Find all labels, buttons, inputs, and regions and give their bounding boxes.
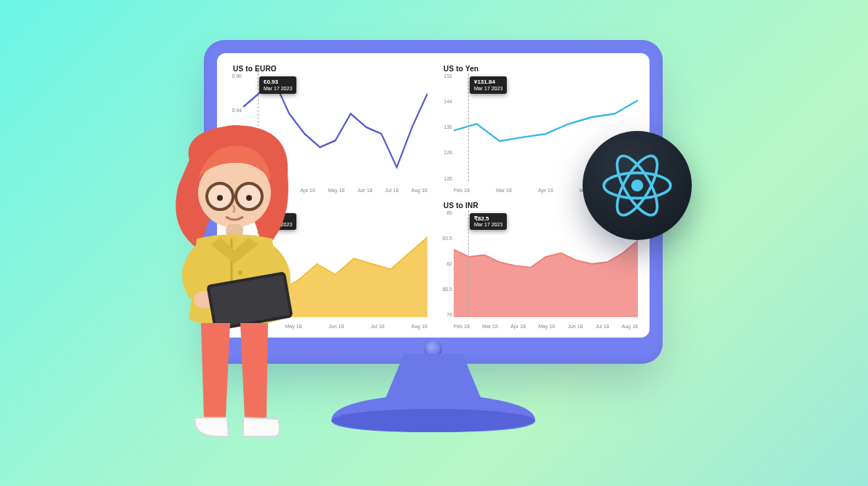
tooltip-value: ¥131.84 [474,79,502,86]
chart-tooltip: €0.93Mar 17 2023 [259,76,296,94]
y-tick: 144 [443,99,452,104]
chart-title: US to EURO [233,65,429,73]
react-logo-badge: React [583,131,692,240]
x-tick: Apr 18 [510,324,526,329]
y-tick: 128 [443,150,452,155]
x-tick: Aug 18 [622,324,638,329]
x-tick: Jun 18 [567,324,583,329]
x-tick: Aug 18 [411,188,427,193]
x-tick: Jul 18 [596,324,609,329]
chart-tooltip: ₹82.5Mar 17 2023 [470,213,507,231]
y-tick: 136 [443,124,452,130]
y-axis: 152144136128120 [435,73,452,181]
x-axis: Feb 18Mar 18Apr 18May 18Jun 18Jul 18Aug … [454,324,638,329]
y-tick: 80.5 [442,287,452,292]
y-tick: 85 [446,210,452,215]
y-tick: 120 [443,176,452,181]
x-tick: Feb 18 [454,188,470,193]
x-tick: Jul 18 [385,188,399,193]
x-tick: Jul 18 [371,324,384,329]
x-tick: Aug 18 [411,324,427,329]
x-tick: Mar 18 [496,188,512,193]
svg-point-13 [238,271,242,275]
x-tick: May 18 [328,188,344,193]
x-tick: Feb 18 [454,324,470,329]
y-axis: 8583.58280.579 [435,210,452,318]
tooltip-date: Mar 17 2023 [474,222,502,228]
tooltip-value: ₹82.5 [474,215,502,223]
x-tick: Jun 18 [357,188,372,193]
chart-tooltip: ¥131.84Mar 17 2023 [470,76,507,94]
x-tick: May 18 [538,324,555,329]
y-tick: 79 [446,312,452,317]
monitor-stand [295,354,572,434]
x-tick: Jun 18 [328,324,344,329]
y-tick: 0.94 [232,108,242,113]
y-tick: 152 [443,73,452,79]
chart-title: US to Yen [443,65,639,73]
crosshair-line [468,210,469,318]
y-tick: 0.96 [232,73,242,79]
y-tick: 82 [446,261,452,266]
svg-point-10 [246,195,252,201]
x-tick: Mar 18 [482,324,498,329]
crosshair-line [468,73,469,181]
svg-point-9 [217,195,223,201]
tooltip-value: €0.93 [264,79,292,86]
character-with-tablet [138,116,328,451]
svg-point-4 [631,180,644,192]
tooltip-date: Mar 17 2023 [264,86,292,92]
react-icon [597,146,677,226]
tooltip-date: Mar 17 2023 [474,86,502,92]
svg-point-0 [331,409,535,432]
x-tick: Apr 18 [538,188,553,193]
y-tick: 83.5 [442,236,452,241]
